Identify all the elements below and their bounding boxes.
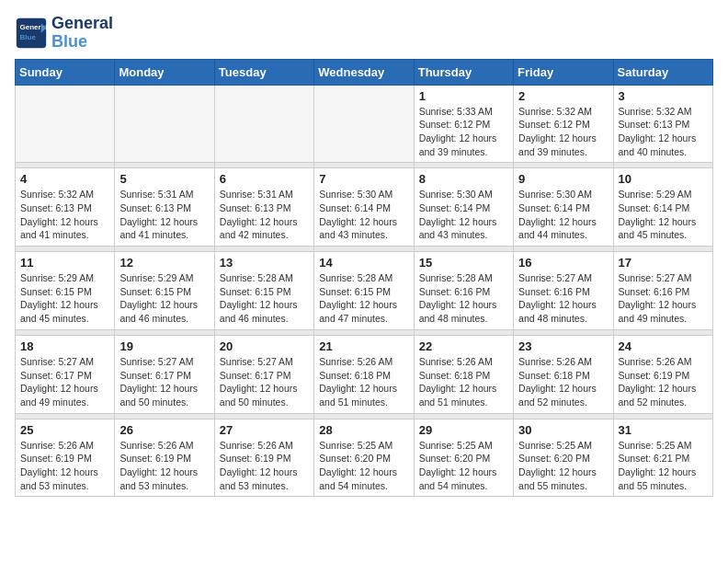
- day-number: 3: [619, 89, 708, 103]
- day-number: 14: [319, 256, 408, 270]
- calendar-cell: [16, 85, 115, 163]
- calendar-week-row-3: 11Sunrise: 5:29 AMSunset: 6:15 PMDayligh…: [16, 252, 713, 330]
- day-info: Sunrise: 5:25 AMSunset: 6:21 PMDaylight:…: [619, 439, 708, 493]
- day-number: 26: [119, 423, 209, 437]
- day-info: Sunrise: 5:32 AMSunset: 6:13 PMDaylight:…: [20, 188, 109, 242]
- calendar-cell: [115, 85, 214, 163]
- day-number: 2: [518, 89, 608, 103]
- header: General Blue General Blue: [15, 15, 713, 52]
- calendar-week-row-4: 18Sunrise: 5:27 AMSunset: 6:17 PMDayligh…: [16, 335, 713, 413]
- calendar-cell: 1Sunrise: 5:33 AMSunset: 6:12 PMDaylight…: [414, 85, 513, 163]
- day-number: 15: [419, 256, 508, 270]
- day-number: 22: [419, 339, 508, 353]
- day-info: Sunrise: 5:29 AMSunset: 6:14 PMDaylight:…: [619, 188, 708, 242]
- day-number: 25: [20, 423, 109, 437]
- calendar-cell: 5Sunrise: 5:31 AMSunset: 6:13 PMDaylight…: [115, 168, 214, 247]
- day-number: 20: [220, 339, 309, 353]
- day-info: Sunrise: 5:29 AMSunset: 6:15 PMDaylight:…: [20, 271, 109, 326]
- day-number: 5: [119, 172, 209, 186]
- calendar-cell: 22Sunrise: 5:26 AMSunset: 6:18 PMDayligh…: [414, 335, 513, 413]
- day-number: 12: [119, 256, 209, 270]
- day-number: 30: [518, 423, 608, 437]
- day-info: Sunrise: 5:30 AMSunset: 6:14 PMDaylight:…: [419, 188, 508, 242]
- calendar-cell: [314, 85, 414, 163]
- calendar-cell: 24Sunrise: 5:26 AMSunset: 6:19 PMDayligh…: [613, 335, 712, 413]
- calendar-cell: 29Sunrise: 5:25 AMSunset: 6:20 PMDayligh…: [414, 419, 513, 497]
- calendar-cell: 14Sunrise: 5:28 AMSunset: 6:15 PMDayligh…: [314, 252, 414, 330]
- day-number: 13: [220, 256, 309, 270]
- day-info: Sunrise: 5:27 AMSunset: 6:17 PMDaylight:…: [119, 355, 209, 409]
- calendar-cell: 16Sunrise: 5:27 AMSunset: 6:16 PMDayligh…: [514, 252, 613, 330]
- day-number: 29: [419, 423, 508, 437]
- calendar-cell: 26Sunrise: 5:26 AMSunset: 6:19 PMDayligh…: [115, 419, 214, 497]
- logo: General Blue General Blue: [15, 15, 113, 52]
- calendar-table: SundayMondayTuesdayWednesdayThursdayFrid…: [15, 59, 713, 498]
- calendar-cell: 19Sunrise: 5:27 AMSunset: 6:17 PMDayligh…: [115, 335, 214, 413]
- calendar-header-saturday: Saturday: [613, 59, 712, 85]
- day-number: 9: [518, 172, 608, 186]
- day-info: Sunrise: 5:32 AMSunset: 6:13 PMDaylight:…: [619, 105, 708, 159]
- day-number: 28: [319, 423, 408, 437]
- calendar-header-friday: Friday: [514, 59, 613, 85]
- calendar-cell: 7Sunrise: 5:30 AMSunset: 6:14 PMDaylight…: [314, 168, 414, 247]
- calendar-cell: 31Sunrise: 5:25 AMSunset: 6:21 PMDayligh…: [613, 419, 712, 497]
- svg-text:Blue: Blue: [19, 33, 36, 41]
- calendar-cell: 20Sunrise: 5:27 AMSunset: 6:17 PMDayligh…: [214, 335, 313, 413]
- calendar-cell: 17Sunrise: 5:27 AMSunset: 6:16 PMDayligh…: [613, 252, 712, 330]
- calendar-cell: 23Sunrise: 5:26 AMSunset: 6:18 PMDayligh…: [514, 335, 613, 413]
- calendar-cell: 9Sunrise: 5:30 AMSunset: 6:14 PMDaylight…: [514, 168, 613, 247]
- day-info: Sunrise: 5:26 AMSunset: 6:19 PMDaylight:…: [20, 439, 109, 493]
- calendar-cell: 21Sunrise: 5:26 AMSunset: 6:18 PMDayligh…: [314, 335, 414, 413]
- day-number: 19: [119, 339, 209, 353]
- calendar-cell: 4Sunrise: 5:32 AMSunset: 6:13 PMDaylight…: [16, 168, 115, 247]
- day-info: Sunrise: 5:28 AMSunset: 6:15 PMDaylight:…: [220, 271, 309, 326]
- calendar-cell: 3Sunrise: 5:32 AMSunset: 6:13 PMDaylight…: [613, 85, 712, 163]
- calendar-header-sunday: Sunday: [16, 59, 115, 85]
- day-number: 27: [220, 423, 309, 437]
- calendar-header-monday: Monday: [115, 59, 214, 85]
- day-info: Sunrise: 5:30 AMSunset: 6:14 PMDaylight:…: [518, 188, 608, 242]
- day-info: Sunrise: 5:26 AMSunset: 6:18 PMDaylight:…: [319, 355, 408, 409]
- day-number: 7: [319, 172, 408, 186]
- day-info: Sunrise: 5:31 AMSunset: 6:13 PMDaylight:…: [119, 188, 209, 242]
- day-info: Sunrise: 5:26 AMSunset: 6:19 PMDaylight:…: [220, 439, 309, 493]
- day-info: Sunrise: 5:27 AMSunset: 6:16 PMDaylight:…: [518, 271, 608, 326]
- day-number: 1: [419, 89, 508, 103]
- calendar-week-row-5: 25Sunrise: 5:26 AMSunset: 6:19 PMDayligh…: [16, 419, 713, 497]
- calendar-cell: 2Sunrise: 5:32 AMSunset: 6:12 PMDaylight…: [514, 85, 613, 163]
- calendar-cell: 10Sunrise: 5:29 AMSunset: 6:14 PMDayligh…: [613, 168, 712, 247]
- day-info: Sunrise: 5:28 AMSunset: 6:15 PMDaylight:…: [319, 271, 408, 326]
- day-number: 4: [20, 172, 109, 186]
- day-info: Sunrise: 5:28 AMSunset: 6:16 PMDaylight:…: [419, 271, 508, 326]
- day-number: 21: [319, 339, 408, 353]
- calendar-cell: 11Sunrise: 5:29 AMSunset: 6:15 PMDayligh…: [16, 252, 115, 330]
- calendar-header-row: SundayMondayTuesdayWednesdayThursdayFrid…: [16, 59, 713, 85]
- logo-text-general: General: [51, 15, 113, 33]
- day-number: 24: [619, 339, 708, 353]
- day-info: Sunrise: 5:27 AMSunset: 6:16 PMDaylight:…: [619, 271, 708, 326]
- calendar-cell: 25Sunrise: 5:26 AMSunset: 6:19 PMDayligh…: [16, 419, 115, 497]
- logo-icon: General Blue: [15, 17, 48, 50]
- day-info: Sunrise: 5:27 AMSunset: 6:17 PMDaylight:…: [20, 355, 109, 409]
- day-info: Sunrise: 5:31 AMSunset: 6:13 PMDaylight:…: [220, 188, 309, 242]
- calendar-cell: 8Sunrise: 5:30 AMSunset: 6:14 PMDaylight…: [414, 168, 513, 247]
- day-info: Sunrise: 5:25 AMSunset: 6:20 PMDaylight:…: [319, 439, 408, 493]
- day-number: 23: [518, 339, 608, 353]
- day-info: Sunrise: 5:29 AMSunset: 6:15 PMDaylight:…: [119, 271, 209, 326]
- day-number: 6: [220, 172, 309, 186]
- calendar-cell: 28Sunrise: 5:25 AMSunset: 6:20 PMDayligh…: [314, 419, 414, 497]
- calendar-cell: 27Sunrise: 5:26 AMSunset: 6:19 PMDayligh…: [214, 419, 313, 497]
- logo-text-blue: Blue: [51, 33, 113, 52]
- day-number: 11: [20, 256, 109, 270]
- day-info: Sunrise: 5:26 AMSunset: 6:18 PMDaylight:…: [518, 355, 608, 409]
- day-number: 8: [419, 172, 508, 186]
- calendar-cell: 13Sunrise: 5:28 AMSunset: 6:15 PMDayligh…: [214, 252, 313, 330]
- calendar-cell: 15Sunrise: 5:28 AMSunset: 6:16 PMDayligh…: [414, 252, 513, 330]
- day-info: Sunrise: 5:25 AMSunset: 6:20 PMDaylight:…: [419, 439, 508, 493]
- day-info: Sunrise: 5:25 AMSunset: 6:20 PMDaylight:…: [518, 439, 608, 493]
- calendar-cell: [214, 85, 313, 163]
- day-info: Sunrise: 5:26 AMSunset: 6:19 PMDaylight:…: [619, 355, 708, 409]
- day-info: Sunrise: 5:26 AMSunset: 6:19 PMDaylight:…: [119, 439, 209, 493]
- day-number: 10: [619, 172, 708, 186]
- calendar-week-row-1: 1Sunrise: 5:33 AMSunset: 6:12 PMDaylight…: [16, 85, 713, 163]
